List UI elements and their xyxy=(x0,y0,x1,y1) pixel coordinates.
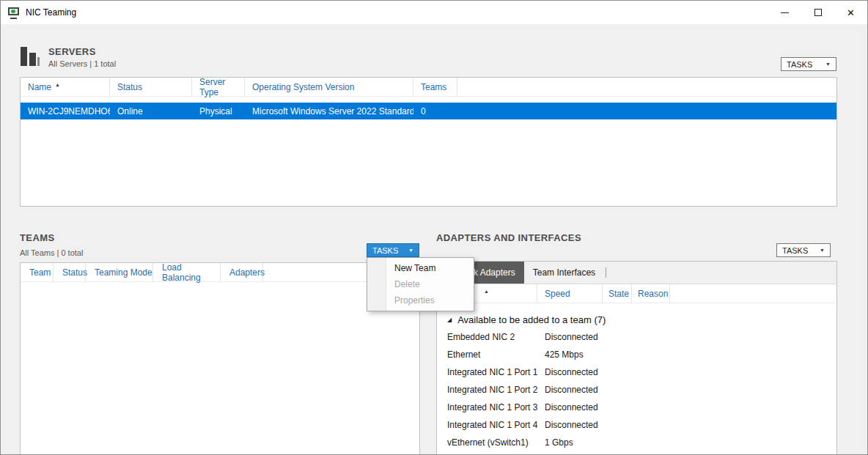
window-title: NIC Teaming xyxy=(26,7,76,18)
adapter-name: Integrated NIC 1 Port 1-1 xyxy=(437,367,537,377)
app-icon-base xyxy=(10,18,17,19)
adapter-row[interactable]: Integrated NIC 1 Port 2-1 Disconnected xyxy=(437,381,836,399)
column-header-label: Name xyxy=(28,82,51,92)
adapter-name: Integrated NIC 1 Port 2-1 xyxy=(437,385,537,395)
column-header-teams[interactable]: Teams xyxy=(413,78,457,96)
servers-table-header: Name ▲ Status Server Type Operating Syst… xyxy=(21,78,836,97)
adapter-name: vEthernet (vSwitch1) xyxy=(437,437,537,448)
server-name: WIN-2CJ9NEMDHO6 xyxy=(28,106,110,116)
column-header-speed[interactable]: Speed xyxy=(537,284,603,303)
adapter-row[interactable]: Ethernet 425 Mbps xyxy=(437,346,836,363)
adapters-title: ADAPTERS AND INTERFACES xyxy=(436,232,581,243)
server-row[interactable]: WIN-2CJ9NEMDHO6 ↑ Online Physical Micros… xyxy=(21,103,836,119)
teams-tasks-button[interactable]: TASKS ▼ xyxy=(367,243,419,257)
adapters-table: Network Adapters Team Interfaces ▲ Speed… xyxy=(436,261,837,455)
adapters-tasks-button[interactable]: TASKS ▼ xyxy=(776,243,831,257)
servers-tasks-button[interactable]: TASKS ▼ xyxy=(781,57,836,71)
close-button[interactable]: ✕ xyxy=(834,1,867,24)
teams-table: Team Status Teaming Mode Load Balancing … xyxy=(20,262,420,455)
sort-asc-icon: ▲ xyxy=(484,289,489,294)
adapter-speed: Disconnected xyxy=(537,367,598,377)
titlebar: NIC Teaming ✕ xyxy=(1,1,867,24)
chevron-down-icon: ▼ xyxy=(820,248,825,253)
adapter-speed: Disconnected xyxy=(537,402,598,413)
window-controls: ✕ xyxy=(768,1,867,24)
column-header-status[interactable]: Status xyxy=(54,263,86,281)
servers-icon xyxy=(20,46,39,67)
adapter-row[interactable]: Embedded NIC 2 Disconnected xyxy=(437,328,836,346)
server-os-cell: Microsoft Windows Server 2022 Standard xyxy=(245,106,413,116)
menu-item-properties: Properties xyxy=(367,292,474,308)
adapters-tasks-label: TASKS xyxy=(782,246,808,255)
adapter-group-label: Available to be added to a team (7) xyxy=(457,314,606,325)
column-header-load-balancing[interactable]: Load Balancing xyxy=(153,263,221,281)
app-icon xyxy=(8,7,20,18)
menu-item-new-team[interactable]: New Team xyxy=(367,260,474,276)
server-type-cell: Physical xyxy=(192,106,245,116)
adapter-speed: 1 Gbps xyxy=(537,437,573,448)
group-expanded-icon: ◢ xyxy=(447,317,452,323)
adapter-speed: Disconnected xyxy=(537,420,598,430)
servers-table: Name ▲ Status Server Type Operating Syst… xyxy=(20,77,837,207)
column-header-server-type[interactable]: Server Type xyxy=(192,78,245,96)
adapter-row[interactable]: vEthernet (vSwitch1) 1 Gbps xyxy=(437,434,836,451)
adapters-tab-bar: Network Adapters Team Interfaces xyxy=(437,262,836,284)
adapter-name: Integrated NIC 1 Port 4-1 xyxy=(437,420,537,430)
server-status-cell: Online xyxy=(110,106,192,116)
column-header-reason[interactable]: Reason xyxy=(632,284,670,303)
servers-icon-bar xyxy=(37,57,40,66)
servers-icon-bar xyxy=(21,47,27,66)
minimize-button[interactable] xyxy=(768,1,801,24)
maximize-icon xyxy=(814,9,822,16)
adapter-name: Ethernet xyxy=(437,349,537,360)
adapter-row[interactable]: Integrated NIC 1 Port 4-1 Disconnected xyxy=(437,416,836,434)
column-header-team[interactable]: Team xyxy=(21,263,54,281)
servers-title: SERVERS xyxy=(48,46,116,57)
adapter-speed: 425 Mbps xyxy=(537,349,584,360)
menu-item-delete: Delete xyxy=(367,276,474,292)
adapter-speed: Disconnected xyxy=(537,385,598,395)
minimize-icon xyxy=(781,12,789,13)
tab-team-interfaces[interactable]: Team Interfaces xyxy=(524,262,604,284)
column-header-state[interactable]: State xyxy=(603,284,632,303)
servers-subtitle: All Servers | 1 total xyxy=(48,59,116,68)
adapters-table-header: ▲ Speed State Reason xyxy=(437,284,836,303)
servers-icon-bar xyxy=(29,53,36,66)
server-name-cell: WIN-2CJ9NEMDHO6 ↑ xyxy=(21,106,110,116)
column-header-teaming-mode[interactable]: Teaming Mode xyxy=(86,263,153,281)
teams-tasks-menu: New Team Delete Properties xyxy=(367,257,474,311)
column-header-filler xyxy=(457,78,836,96)
teams-table-header: Team Status Teaming Mode Load Balancing … xyxy=(21,263,419,282)
column-header-name[interactable]: Name ▲ xyxy=(21,78,110,96)
adapter-name: Integrated NIC 1 Port 3-1 xyxy=(437,402,537,413)
app-icon-dot xyxy=(11,10,15,13)
servers-tasks-label: TASKS xyxy=(787,60,812,69)
adapter-speed: Disconnected xyxy=(537,332,598,342)
column-header-status[interactable]: Status xyxy=(110,78,192,96)
adapter-name: Embedded NIC 2 xyxy=(437,332,537,342)
teams-subtitle: All Teams | 0 total xyxy=(20,248,83,257)
servers-section-header: SERVERS All Servers | 1 total xyxy=(20,46,116,68)
column-header-filler xyxy=(670,284,836,303)
server-teams-cell: 0 xyxy=(413,106,457,116)
nic-teaming-window: NIC Teaming ✕ SERVERS All Servers | 1 to… xyxy=(0,0,868,455)
close-icon: ✕ xyxy=(847,8,855,18)
column-header-os-version[interactable]: Operating System Version xyxy=(245,78,413,96)
teams-title: TEAMS xyxy=(20,232,55,243)
maximize-button[interactable] xyxy=(801,1,834,24)
chevron-down-icon: ▼ xyxy=(408,248,413,253)
adapter-row[interactable]: Integrated NIC 1 Port 3-1 Disconnected xyxy=(437,399,836,416)
teams-tasks-label: TASKS xyxy=(372,246,398,255)
sort-asc-icon: ▲ xyxy=(55,82,60,87)
adapter-group-header[interactable]: ◢ Available to be added to a team (7) xyxy=(437,311,836,328)
chevron-down-icon: ▼ xyxy=(825,62,831,67)
column-header-adapters[interactable]: Adapters xyxy=(221,263,263,281)
tab-divider xyxy=(606,267,606,278)
adapter-row[interactable]: Integrated NIC 1 Port 1-1 Disconnected xyxy=(437,363,836,381)
